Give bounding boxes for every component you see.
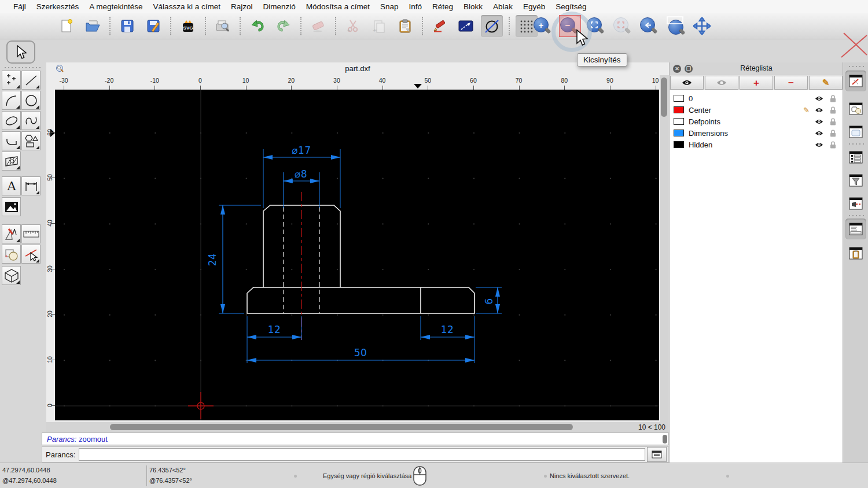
layer-color-swatch[interactable] <box>674 141 684 148</box>
layer-row-center[interactable]: Center✎ <box>670 104 843 116</box>
circle-slash-button[interactable] <box>481 15 503 37</box>
deselect-tool-button[interactable] <box>21 245 41 264</box>
spline-tool-button[interactable] <box>21 111 41 130</box>
dock-library-toggle[interactable] <box>845 121 866 142</box>
remove-layer-button[interactable]: − <box>774 76 808 90</box>
measure-tool-button[interactable] <box>21 224 41 243</box>
vertical-scroll-thumb[interactable] <box>661 77 667 117</box>
menu-item-szerkeszt-s[interactable]: Szerkesztés <box>31 2 84 11</box>
menu-item-m-dos-tsa-a-c-met[interactable]: Módosítsa a címet <box>301 2 375 11</box>
cad-canvas[interactable]: ⌀17 ⌀8 24 12 12 50 6 <box>55 90 659 420</box>
layer-row-hidden[interactable]: Hidden <box>670 139 843 150</box>
menu-item-r-teg[interactable]: Réteg <box>427 2 458 11</box>
hruler-label: -20 <box>105 77 113 84</box>
menu-item-egy-b[interactable]: Egyéb <box>518 2 550 11</box>
layer-visibility-icon[interactable] <box>815 95 823 102</box>
new-file-button[interactable] <box>56 15 78 37</box>
layer-lock-icon[interactable] <box>830 95 836 102</box>
layer-row-defpoints[interactable]: Defpoints <box>670 116 843 127</box>
zoom-back-button[interactable] <box>638 15 660 37</box>
image-tool-button[interactable] <box>2 197 21 216</box>
text-tool-button[interactable]: A <box>2 176 21 195</box>
dimension-tool-button[interactable] <box>21 176 41 195</box>
open-file-button[interactable] <box>82 15 104 37</box>
order-tool-button[interactable] <box>2 245 21 264</box>
command-keyboard-button[interactable] <box>647 447 667 462</box>
polyline-arrow-button[interactable] <box>455 15 477 37</box>
menu-item-snap[interactable]: Snap <box>375 2 404 11</box>
vruler-tick <box>51 314 55 315</box>
undo-button[interactable] <box>247 15 269 37</box>
menu-item-seg-ts-g[interactable]: Segítség <box>550 2 591 11</box>
zoom-pan-button[interactable] <box>691 15 713 37</box>
dock-filter-toggle[interactable] <box>845 170 866 191</box>
layer-color-swatch[interactable] <box>674 106 684 113</box>
vertical-scrollbar[interactable] <box>660 75 669 422</box>
layer-visibility-icon[interactable] <box>815 119 823 125</box>
add-layer-button[interactable]: + <box>740 76 773 90</box>
print-preview-button[interactable] <box>212 15 234 37</box>
polyline-tool-button[interactable] <box>2 131 21 150</box>
menu-item-blokk[interactable]: Blokk <box>458 2 488 11</box>
menu-item-v-lassza-ki-a-c-met[interactable]: Válassza ki a címet <box>148 2 226 11</box>
dock-pen-toggle[interactable] <box>845 193 866 214</box>
dock-blocks-toggle[interactable] <box>845 98 866 119</box>
hide-all-layers-button[interactable] <box>705 76 738 90</box>
circle-tool-button[interactable] <box>21 91 41 110</box>
dock-clipboard-toggle[interactable] <box>845 243 866 264</box>
zoom-window-button[interactable] <box>664 15 686 37</box>
shapes-tool-button[interactable] <box>21 131 41 150</box>
layer-lock-icon[interactable] <box>830 118 836 125</box>
solid-tool-button[interactable] <box>2 266 21 285</box>
menu-item-a-megtekint-se[interactable]: A megtekintése <box>84 2 148 11</box>
zoom-in-button[interactable]: + <box>531 15 553 37</box>
eraser-button[interactable] <box>307 15 329 37</box>
copy-button[interactable]: + <box>368 15 390 37</box>
dock-handle[interactable] <box>848 65 865 68</box>
save-button[interactable] <box>116 15 138 37</box>
menu-item-dimenzi-[interactable]: Dimenzió <box>258 2 300 11</box>
layer-lock-icon[interactable] <box>830 141 836 149</box>
history-scroll-thumb[interactable] <box>663 435 667 443</box>
horizontal-scrollbar[interactable]: 10 < 100 <box>46 422 669 432</box>
layer-visibility-icon[interactable] <box>815 107 823 113</box>
document-tab-title[interactable]: part.dxf <box>46 64 669 73</box>
dock-command-toggle[interactable] <box>845 219 866 239</box>
ellipse-tool-button[interactable] <box>2 111 21 130</box>
dock-draw-toggle[interactable] <box>845 71 866 91</box>
command-input-row: Parancs: <box>42 446 669 463</box>
line-tool-button[interactable] <box>21 71 41 90</box>
layer-color-swatch[interactable] <box>674 95 684 102</box>
cut-button[interactable]: + <box>342 15 364 37</box>
horizontal-scroll-thumb[interactable] <box>110 424 573 430</box>
menu-item-inf-[interactable]: Infó <box>404 2 428 11</box>
select-tool-button[interactable] <box>6 40 35 64</box>
save-as-button[interactable] <box>142 15 164 37</box>
paste-button[interactable] <box>394 15 416 37</box>
zoom-previous-button[interactable] <box>611 15 633 37</box>
points-tool-button[interactable] <box>2 71 21 90</box>
layer-lock-icon[interactable] <box>830 130 836 137</box>
layer-color-swatch[interactable] <box>674 130 684 136</box>
menu-item-ablak[interactable]: Ablak <box>488 2 518 11</box>
layer-visibility-icon[interactable] <box>815 130 823 136</box>
dock-layer-list-toggle[interactable] <box>845 147 866 168</box>
export-svg-button[interactable]: SVG <box>177 15 199 37</box>
layer-row-0[interactable]: 0 <box>670 93 843 104</box>
modify-tool-button[interactable] <box>2 224 21 243</box>
arc-tool-button[interactable] <box>2 91 21 110</box>
palette-handle[interactable] <box>3 66 41 69</box>
layer-visibility-icon[interactable] <box>815 142 823 148</box>
redo-button[interactable] <box>273 15 295 37</box>
layer-color-swatch[interactable] <box>674 118 684 125</box>
svg-export-icon: SVG <box>181 19 196 34</box>
menu-item-f-jl[interactable]: Fájl <box>8 2 31 11</box>
command-input[interactable] <box>79 448 645 461</box>
draw-pencil-button[interactable] <box>429 15 451 37</box>
layer-row-dimensions[interactable]: Dimensions <box>670 127 843 139</box>
edit-layer-button[interactable]: ✎ <box>809 76 843 90</box>
menu-item-rajzol[interactable]: Rajzol <box>226 2 258 11</box>
show-all-layers-button[interactable] <box>670 76 704 90</box>
hatch-tool-button[interactable] <box>2 151 21 171</box>
layer-lock-icon[interactable] <box>830 106 836 114</box>
